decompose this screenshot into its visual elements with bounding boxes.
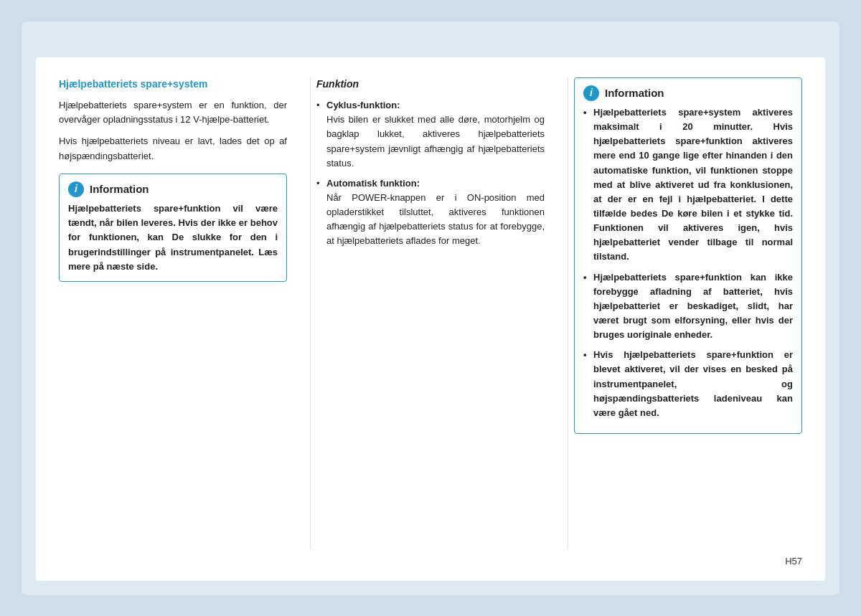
page-number: H57: [785, 556, 802, 567]
divider-1: [310, 77, 311, 550]
col3-bullet2: Hjælpebatteriets spare+funktion kan ikke…: [583, 270, 793, 343]
col3-bullet3-text: Hvis hjælpebatteriets spare+funktion er …: [593, 349, 793, 418]
col3-info-title: Information: [605, 85, 664, 102]
col2-bullet1: Cyklus-funktion: Hvis bilen er slukket m…: [316, 98, 545, 171]
col3-info-icon: i: [583, 85, 599, 101]
col2-bullet1-label: Cyklus-funktion:: [326, 100, 400, 110]
columns: Hjælpebatteriets spare+system Hjælpebatt…: [59, 77, 802, 550]
col2-bullet2: Automatisk funktion: Når POWER-knappen e…: [316, 176, 545, 249]
col3-bullet-list: Hjælpebatteriets spare+system aktiveres …: [583, 105, 793, 420]
content-area: Hjælpebatteriets spare+system Hjælpebatt…: [36, 57, 825, 581]
top-bar: [36, 36, 825, 49]
col2-bullet-list: Cyklus-funktion: Hvis bilen er slukket m…: [316, 98, 545, 248]
col1-para2: Hvis hjælpebatteriets niveau er lavt, la…: [59, 134, 287, 163]
col3-bullet2-text: Hjælpebatteriets spare+funktion kan ikke…: [593, 272, 793, 341]
col3-info-header: i Information: [583, 85, 793, 102]
col3-info-box: i Information Hjælpebatteriets spare+sys…: [574, 77, 802, 434]
divider-2: [568, 77, 568, 550]
col2-bullet2-text: Når POWER-knappen er i ON-position med o…: [326, 192, 545, 246]
col2-bullet2-label: Automatisk funktion:: [326, 178, 420, 189]
column-3: i Information Hjælpebatteriets spare+sys…: [574, 77, 802, 550]
col1-info-header: i Information: [68, 181, 278, 198]
column-1: Hjælpebatteriets spare+system Hjælpebatt…: [59, 77, 304, 550]
page-footer: H57: [59, 550, 802, 567]
col2-title: Funktion: [316, 77, 545, 92]
col1-info-box: i Information Hjælpebatteriets spare+fun…: [59, 174, 287, 282]
col1-info-icon: i: [68, 181, 84, 197]
col2-bullet1-text: Hvis bilen er slukket med alle døre, mot…: [326, 114, 545, 168]
col3-bullet1: Hjælpebatteriets spare+system aktiveres …: [583, 105, 793, 265]
col1-info-body: Hjælpebatteriets spare+funktion vil være…: [68, 202, 278, 274]
col3-bullet3: Hvis hjælpebatteriets spare+funktion er …: [583, 348, 793, 420]
page-container: Hjælpebatteriets spare+system Hjælpebatt…: [22, 22, 839, 595]
col1-info-title: Information: [90, 181, 149, 198]
col3-bullet1-text: Hjælpebatteriets spare+system aktiveres …: [593, 107, 793, 262]
column-2: Funktion Cyklus-funktion: Hvis bilen er …: [316, 77, 562, 550]
col1-title: Hjælpebatteriets spare+system: [59, 77, 287, 92]
col1-para1: Hjælpebatteriets spare+system er en funk…: [59, 98, 287, 127]
